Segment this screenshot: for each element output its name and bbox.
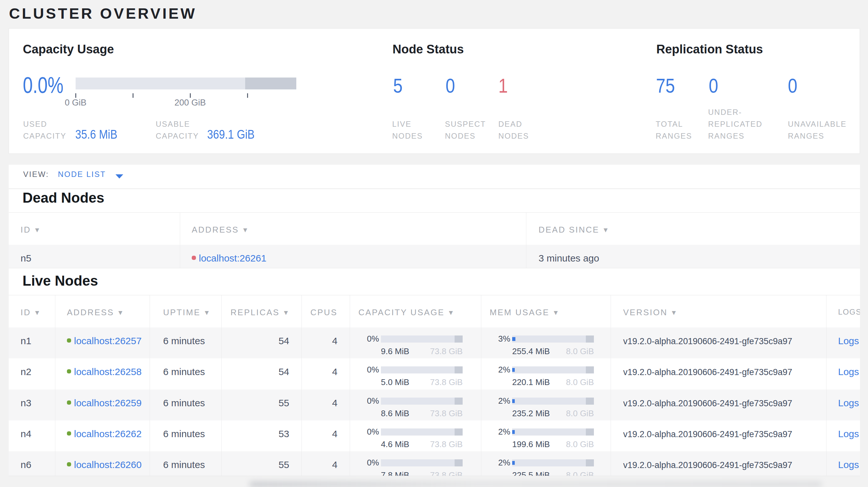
node-address-cell: localhost:26260	[55, 451, 150, 476]
view-selector[interactable]: NODE LIST	[58, 170, 106, 179]
logs-link[interactable]: Logs	[838, 335, 859, 346]
page-title: CLUSTER OVERVIEW	[9, 4, 196, 22]
suspect-nodes-count: 0	[445, 75, 455, 96]
node-logs-cell: Logs	[827, 420, 860, 451]
node-address-link[interactable]: localhost:26260	[74, 459, 142, 470]
node-cpus-cell: 4	[302, 358, 350, 390]
capacity-usage-heading: Capacity Usage	[23, 42, 114, 56]
dead-node-row: n5 localhost:26261 3 minutes ago	[9, 245, 860, 268]
capacity-bar-range-dark	[455, 366, 463, 374]
mem-bar	[512, 428, 594, 435]
column-header-capacity-usage[interactable]: CAPACITY USAGE▼	[350, 295, 481, 327]
column-header-id[interactable]: ID▼	[9, 295, 55, 327]
usage-bar-line: 0%	[359, 334, 481, 344]
node-logs-cell: Logs	[827, 390, 860, 420]
node-capacity-usage-cell: 0% 9.6 MiB 73.8 GiB	[350, 327, 481, 358]
capacity-used-percent: 0.0%	[23, 74, 63, 97]
mem-bar-range-dark	[586, 459, 594, 466]
view-label: VIEW:	[23, 170, 49, 179]
stat-label-line: RANGES	[708, 130, 763, 142]
gauge-tick-2	[132, 93, 133, 98]
view-bar: VIEW: NODE LIST	[9, 165, 860, 189]
gauge-tick-label-200: 200 GiB	[158, 98, 222, 108]
usage-values-line: 255.4 MiB 8.0 GiB	[512, 347, 594, 356]
node-id-cell: n1	[9, 327, 55, 358]
node-address-link[interactable]: localhost:26257	[74, 335, 142, 346]
version-text: v19.2.0-alpha.20190606-2491-gfe735c9a97	[623, 460, 792, 470]
node-address-link[interactable]: localhost:26262	[74, 428, 142, 439]
column-header-cpus[interactable]: CPUS	[302, 295, 350, 327]
under-replicated-label: UNDER-REPLICATEDRANGES	[708, 106, 763, 142]
capacity-gauge	[75, 77, 296, 90]
column-header-label: ID	[21, 307, 31, 317]
column-header-address[interactable]: ADDRESS▼	[180, 213, 526, 245]
usage-bar-line: 2%	[490, 427, 611, 437]
node-address-link[interactable]: localhost:26261	[199, 253, 267, 263]
usage-bar-line: 0%	[359, 365, 481, 375]
node-address-cell: localhost:26257	[55, 327, 150, 358]
logs-link[interactable]: Logs	[838, 366, 859, 377]
capacity-bar-range-dark	[455, 397, 463, 404]
mem-bar	[512, 397, 594, 404]
usable-capacity-label: USABLECAPACITY	[156, 118, 199, 142]
usage-values-line: 8.6 MiB 73.8 GiB	[381, 409, 463, 419]
mem-bar	[512, 335, 594, 343]
chevron-down-icon[interactable]	[116, 174, 123, 178]
column-header-id[interactable]: ID▼	[9, 213, 180, 245]
node-version-cell: v19.2.0-alpha.20190606-2491-gfe735c9a97	[611, 358, 827, 390]
capacity-max-value: 73.8 GiB	[430, 377, 463, 387]
column-header-label: CAPACITY USAGE	[359, 307, 445, 317]
capacity-bar	[381, 335, 463, 343]
usage-bar-line: 2%	[490, 365, 611, 375]
node-cpus-cell: 4	[302, 327, 350, 358]
live-status-icon	[67, 431, 71, 435]
node-address-cell: localhost:26259	[55, 390, 150, 420]
node-mem-usage-cell: 2% 199.6 MiB 8.0 GiB	[481, 420, 611, 451]
mem-bar-fill	[512, 430, 515, 434]
gauge-tick-3	[190, 93, 191, 98]
column-header-replicas[interactable]: REPLICAS▼	[222, 295, 302, 327]
sort-desc-icon: ▼	[242, 226, 249, 233]
logs-link[interactable]: Logs	[838, 459, 859, 470]
logs-link[interactable]: Logs	[838, 428, 859, 439]
gauge-tick-4	[247, 93, 248, 98]
usage-values-line: 7.8 MiB 73.8 GiB	[381, 470, 463, 476]
node-address-cell: localhost:26262	[55, 420, 150, 451]
node-uptime-cell: 6 minutes	[150, 451, 222, 476]
sort-desc-icon: ▼	[282, 309, 289, 316]
live-nodes-rows: n1 localhost:26257 6 minutes 54 4 0% 9.6…	[9, 327, 860, 476]
mem-bar-range-dark	[586, 428, 594, 435]
mem-bar-fill	[512, 337, 516, 341]
usage-bar-line: 3%	[490, 334, 611, 344]
mem-bar-fill	[512, 461, 515, 465]
live-nodes-table: ID▼ ADDRESS▼ UPTIME▼ REPLICAS▼ CPUS CAPA…	[9, 295, 860, 476]
capacity-bar-range-dark	[455, 459, 463, 466]
live-node-row: n1 localhost:26257 6 minutes 54 4 0% 9.6…	[9, 327, 860, 358]
node-address-link[interactable]: localhost:26258	[74, 366, 142, 377]
node-id-cell: n3	[9, 390, 55, 420]
column-header-mem-usage[interactable]: MEM USAGE▼	[481, 295, 611, 327]
usage-values-line: 220.1 MiB 8.0 GiB	[512, 377, 594, 387]
node-uptime-cell: 6 minutes	[150, 327, 222, 358]
node-mem-usage-cell: 2% 235.2 MiB 8.0 GiB	[481, 390, 611, 420]
capacity-percent: 0%	[359, 458, 379, 468]
node-address-link[interactable]: localhost:26259	[74, 397, 142, 408]
node-uptime-cell: 6 minutes	[150, 390, 222, 420]
mem-used-value: 199.6 MiB	[512, 440, 550, 449]
capacity-used-value: 7.8 MiB	[381, 470, 409, 476]
node-version-cell: v19.2.0-alpha.20190606-2491-gfe735c9a97	[611, 327, 827, 358]
column-header-version[interactable]: VERSION▼	[611, 295, 827, 327]
column-header-address[interactable]: ADDRESS▼	[55, 295, 150, 327]
mem-bar	[512, 366, 594, 374]
mem-bar-range-dark	[586, 335, 594, 343]
mem-bar	[512, 459, 594, 466]
node-id-cell: n4	[9, 420, 55, 451]
column-header-dead-since[interactable]: DEAD SINCE▼	[526, 213, 859, 245]
used-capacity-value: 35.6 MiB	[75, 128, 117, 140]
logs-link[interactable]: Logs	[838, 397, 859, 408]
usable-capacity-value: 369.1 GiB	[207, 128, 254, 140]
live-status-icon	[67, 400, 71, 404]
usage-values-line: 235.2 MiB 8.0 GiB	[512, 409, 594, 419]
sort-desc-icon: ▼	[602, 226, 609, 233]
column-header-uptime[interactable]: UPTIME▼	[150, 295, 222, 327]
